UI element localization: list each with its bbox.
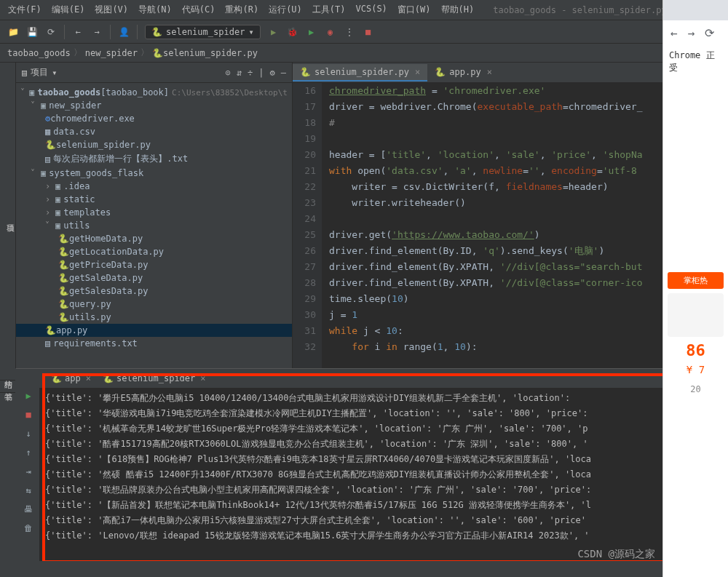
menu-code[interactable]: 代码(C) [178, 1, 220, 18]
chevron-right-icon: 〉 [141, 47, 149, 59]
tree-folder[interactable]: ˅▣system_goods_flask [16, 167, 292, 180]
close-icon[interactable]: × [487, 67, 492, 77]
tree-file[interactable]: ⚙ chromedriver.exe [16, 112, 292, 125]
menu-vcs[interactable]: VCS(S) [352, 1, 392, 18]
chevron-down-icon[interactable]: ▾ [52, 68, 57, 78]
run-icon[interactable]: ▶ [268, 26, 280, 38]
back-icon[interactable]: ← [72, 26, 84, 38]
separator [64, 25, 65, 39]
delete-icon[interactable]: 🗑 [24, 523, 33, 533]
export-icon[interactable]: ⇥ [25, 466, 31, 477]
menu-run[interactable]: 运行(U) [264, 1, 306, 18]
project-tree: ˅▣taobao_goods [taobao_book]C:\Users\838… [16, 83, 292, 353]
editor-tab[interactable]: 🐍selenium_spider.py× [293, 64, 427, 81]
tree-file[interactable]: 🐍 app.py [16, 324, 292, 337]
menu-window[interactable]: 窗口(W) [393, 1, 435, 18]
python-icon: 🐍 [435, 67, 446, 77]
tree-file[interactable]: ▤requirements.txt [16, 337, 292, 350]
tree-folder[interactable]: ˅▣utils [16, 219, 292, 232]
forward-icon[interactable]: → [688, 26, 695, 40]
breadcrumb: taobao_goods 〉 new_spider 〉 🐍 selenium_s… [0, 44, 728, 63]
bookmarks-tab[interactable]: 书签 [0, 381, 15, 393]
tree-file[interactable]: 🐍 getLocationData.py [16, 245, 292, 258]
bc-file[interactable]: selenium_spider.py [163, 48, 258, 58]
stop-icon[interactable]: ■ [363, 26, 374, 38]
menu-edit[interactable]: 编辑(E) [47, 1, 90, 18]
menu-navigate[interactable]: 导航(N) [134, 1, 176, 18]
user-icon[interactable]: 👤 [118, 26, 130, 38]
editor-tab[interactable]: 🐍app.py× [427, 64, 499, 81]
tree-file[interactable]: 🐍 query.py [16, 298, 292, 311]
bc-folder[interactable]: new_spider [85, 48, 138, 58]
print-icon[interactable]: 🖶 [24, 504, 33, 514]
menu-tools[interactable]: 工具(T) [308, 1, 350, 18]
menu-view[interactable]: 视图(V) [90, 1, 132, 18]
run-tab[interactable]: 🐍selenium_spider× [97, 371, 212, 386]
tree-file[interactable]: 🐍 getHomeData.py [16, 232, 292, 245]
tree-file[interactable]: 🐍 selenium_spider.py [16, 138, 292, 151]
open-icon[interactable]: 📁 [7, 26, 19, 38]
tree-folder[interactable]: ˅▣new_spider [16, 99, 292, 112]
close-icon[interactable]: × [200, 373, 205, 383]
browser-status: Chrome 正受 [663, 45, 728, 79]
menu-refactor[interactable]: 重构(R) [221, 1, 263, 18]
debug-icon[interactable]: 🐞 [287, 26, 298, 38]
bc-root[interactable]: taobao_goods [7, 48, 71, 58]
close-icon[interactable]: × [86, 373, 91, 383]
run-coverage-icon[interactable]: ▶ [306, 26, 317, 38]
tree-file[interactable]: ▦data.csv [16, 125, 292, 138]
tree-folder[interactable]: ›▣static [16, 193, 292, 206]
price-yen: ¥ 7 [687, 364, 705, 375]
gear-icon[interactable]: ⚙ [270, 68, 275, 78]
panel-header: ▤ 项目 ▾ ⊙ ⇵ ÷ | ⚙ — [16, 63, 292, 83]
run-tab[interactable]: 🐍app× [45, 371, 97, 386]
project-tab[interactable]: 项目 [4, 68, 15, 368]
more-icon[interactable]: ⋮ [344, 26, 355, 38]
structure-tab[interactable]: 结构 [0, 368, 15, 381]
down-icon[interactable]: ↓ [25, 429, 31, 439]
browser-tab-bar [663, 0, 728, 20]
run-config-label: selenium_spider [166, 27, 245, 37]
shop-badge: 掌柜热 [668, 272, 724, 289]
tree-file[interactable]: ▤每次启动都新增一行【表头】.txt [16, 151, 292, 167]
forward-icon[interactable]: → [91, 26, 103, 38]
profile-icon[interactable]: ◉ [325, 26, 336, 38]
python-icon: 🐍 [152, 48, 163, 58]
save-icon[interactable]: 💾 [26, 26, 38, 38]
panel-sep: | [258, 68, 264, 78]
tree-file[interactable]: 🐍 utils.py [16, 311, 292, 324]
sync-icon[interactable]: ⟳ [45, 26, 57, 38]
chevron-right-icon: 〉 [74, 47, 82, 59]
collapse-icon[interactable]: ÷ [248, 68, 253, 78]
run-config-selector[interactable]: 🐍 selenium_spider ▾ [145, 25, 261, 39]
rerun-icon[interactable]: ▶ [25, 391, 31, 401]
run-output[interactable]: {'title': '攀升E5高配办公电脑i5 10400/12400/1340… [39, 388, 728, 572]
menu-file[interactable]: 文件(F) [4, 1, 46, 18]
browser-window: ← → ⟳ Chrome 正受 掌柜热 86 ¥ 7 20 [662, 0, 728, 577]
tree-file[interactable]: 🐍 getSalesData.py [16, 284, 292, 298]
tree-file[interactable]: 🐍 getPriceData.py [16, 258, 292, 271]
tree-root[interactable]: ˅▣taobao_goods [taobao_book]C:\Users\838… [16, 86, 292, 99]
browser-nav: ← → ⟳ [663, 20, 728, 45]
tree-folder[interactable]: ›▣.idea [16, 180, 292, 193]
back-icon[interactable]: ← [670, 26, 678, 40]
hide-icon[interactable]: — [281, 68, 286, 78]
run-tabs: 🐍app× 🐍selenium_spider× [39, 369, 728, 388]
menu-help[interactable]: 帮助(H) [437, 1, 479, 18]
main-area: 项目 ▤ 项目 ▾ ⊙ ⇵ ÷ | ⚙ — ˅▣taobao_goods [ta… [0, 63, 728, 368]
tree-folder[interactable]: ›▣templates [16, 206, 292, 219]
reload-icon[interactable]: ⟳ [705, 26, 714, 40]
product-image[interactable] [668, 293, 724, 337]
target-icon[interactable]: ⊙ [226, 68, 231, 78]
tree-file[interactable]: 🐍 getSaleData.py [16, 271, 292, 284]
price-area: 86 [668, 341, 724, 359]
expand-icon[interactable]: ⇵ [237, 68, 242, 78]
close-icon[interactable]: × [415, 67, 420, 77]
stop-icon[interactable]: ■ [25, 410, 31, 420]
chevron-down-icon: ▾ [248, 27, 253, 37]
python-icon: 🐍 [300, 67, 311, 77]
browser-content [663, 79, 728, 268]
wrap-icon[interactable]: ⇆ [25, 485, 31, 496]
run-main: 🐍app× 🐍selenium_spider× {'title': '攀升E5高… [39, 369, 728, 572]
up-icon[interactable]: ↑ [25, 447, 31, 458]
